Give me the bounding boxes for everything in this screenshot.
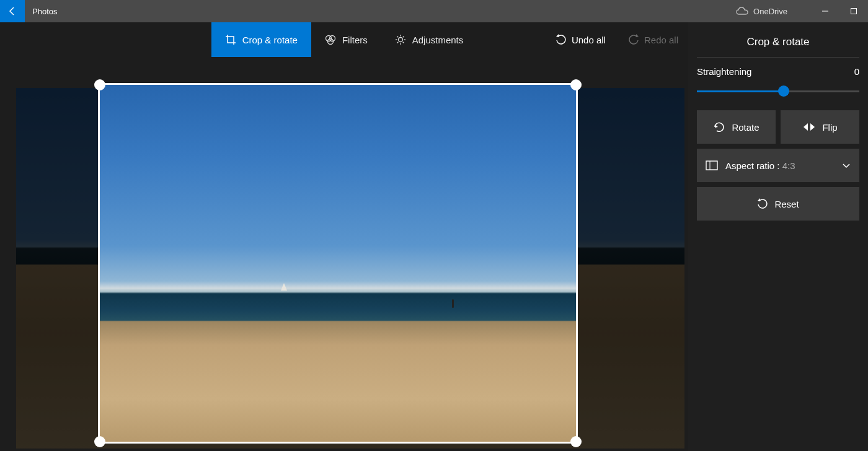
straightening-value: 0 bbox=[854, 66, 859, 77]
redo-label: Redo all bbox=[644, 35, 678, 45]
reset-button[interactable]: Reset bbox=[697, 187, 859, 221]
minimize-button[interactable] bbox=[811, 0, 839, 22]
undo-icon bbox=[556, 34, 567, 45]
aspect-label: Aspect ratio : bbox=[725, 160, 780, 171]
sailboat-shape bbox=[281, 283, 287, 291]
titlebar: Photos OneDrive bbox=[0, 0, 868, 22]
minimize-icon bbox=[822, 7, 829, 15]
onedrive-label: OneDrive bbox=[753, 7, 787, 16]
crop-handle-bottom-right[interactable] bbox=[570, 436, 582, 447]
flip-button[interactable]: Flip bbox=[781, 110, 859, 144]
back-button[interactable] bbox=[0, 0, 25, 22]
tab-label: Adjustments bbox=[412, 35, 464, 45]
onedrive-status[interactable]: OneDrive bbox=[736, 7, 787, 16]
window-controls bbox=[811, 0, 868, 22]
reset-icon bbox=[757, 198, 768, 209]
tab-adjustments[interactable]: Adjustments bbox=[381, 22, 477, 57]
chevron-down-icon bbox=[842, 161, 851, 170]
crop-handle-top-right[interactable] bbox=[570, 79, 582, 90]
slider-thumb[interactable] bbox=[778, 85, 789, 97]
panel-title: Crop & rotate bbox=[697, 22, 859, 58]
crop-handle-top-left[interactable] bbox=[94, 79, 105, 90]
tab-label: Filters bbox=[342, 35, 368, 45]
editor-main: Crop & rotate Filters Adjustments Undo a… bbox=[0, 22, 688, 451]
side-panel: Crop & rotate Straightening 0 Rotate Fli… bbox=[688, 22, 868, 451]
straightening-slider[interactable] bbox=[697, 83, 859, 100]
reset-label: Reset bbox=[774, 199, 799, 209]
maximize-button[interactable] bbox=[839, 0, 868, 22]
aspect-ratio-icon bbox=[706, 160, 718, 170]
canvas-area[interactable] bbox=[0, 57, 688, 451]
photo-cropped bbox=[100, 85, 576, 442]
svg-line-10 bbox=[397, 37, 398, 38]
tab-filters[interactable]: Filters bbox=[311, 22, 381, 57]
svg-line-12 bbox=[402, 37, 404, 38]
redo-icon bbox=[628, 34, 639, 45]
person-silhouette bbox=[452, 299, 454, 308]
rotate-icon bbox=[713, 121, 725, 133]
undo-all-button[interactable]: Undo all bbox=[551, 32, 611, 48]
flip-label: Flip bbox=[822, 122, 837, 133]
rotate-label: Rotate bbox=[732, 122, 759, 133]
crop-handle-bottom-left[interactable] bbox=[94, 436, 105, 447]
tab-crop-rotate[interactable]: Crop & rotate bbox=[211, 22, 311, 57]
crop-rectangle[interactable] bbox=[98, 83, 578, 444]
aspect-ratio-select[interactable]: Aspect ratio : 4:3 bbox=[697, 149, 859, 182]
slider-fill bbox=[697, 90, 781, 92]
cloud-icon bbox=[736, 7, 748, 15]
filters-icon bbox=[325, 34, 336, 45]
crop-icon bbox=[225, 34, 236, 45]
editor-toolbar: Crop & rotate Filters Adjustments Undo a… bbox=[0, 22, 688, 57]
svg-point-5 bbox=[398, 38, 402, 42]
redo-all-button: Redo all bbox=[623, 32, 683, 48]
undo-label: Undo all bbox=[572, 35, 606, 45]
svg-rect-15 bbox=[706, 161, 717, 170]
arrow-left-icon bbox=[7, 6, 17, 16]
svg-rect-1 bbox=[851, 9, 857, 14]
svg-line-11 bbox=[402, 42, 404, 43]
tab-label: Crop & rotate bbox=[242, 35, 298, 45]
adjustments-icon bbox=[395, 34, 406, 45]
straightening-label: Straightening bbox=[697, 66, 751, 77]
aspect-value: 4:3 bbox=[782, 160, 795, 171]
app-title: Photos bbox=[32, 7, 57, 16]
maximize-icon bbox=[850, 7, 857, 15]
flip-icon bbox=[802, 122, 816, 132]
rotate-button[interactable]: Rotate bbox=[697, 110, 776, 144]
svg-line-13 bbox=[397, 42, 398, 43]
